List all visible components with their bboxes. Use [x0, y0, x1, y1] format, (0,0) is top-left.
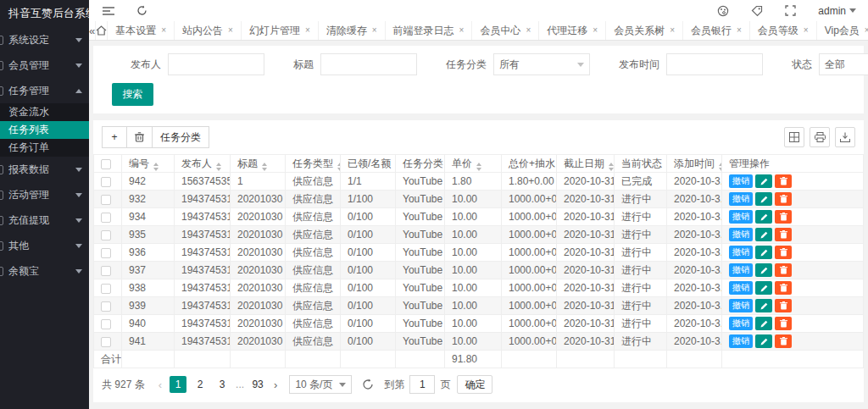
- tab-close-icon[interactable]: ×: [804, 26, 809, 35]
- add-button[interactable]: +: [102, 126, 127, 148]
- edit-button[interactable]: [755, 228, 772, 241]
- sort-icon[interactable]: [153, 163, 159, 171]
- tab-代理迁移[interactable]: 代理迁移×: [539, 21, 606, 40]
- confirm-button[interactable]: 确定: [457, 375, 492, 394]
- tab-会员等级[interactable]: 会员等级×: [750, 21, 817, 40]
- edit-button[interactable]: [755, 334, 772, 348]
- page-button-2[interactable]: 2: [192, 376, 209, 393]
- task-category-button[interactable]: 任务分类: [152, 126, 209, 148]
- row-checkbox[interactable]: [101, 319, 111, 329]
- tabs-collapse-button[interactable]: «: [89, 21, 96, 40]
- tab-会员银行[interactable]: 会员银行×: [683, 21, 750, 40]
- page-size-select[interactable]: 10 条/页: [289, 375, 352, 394]
- refresh-icon[interactable]: [136, 5, 147, 16]
- fullscreen-icon[interactable]: [785, 5, 796, 16]
- sidebar-subitem-任务列表[interactable]: 任务列表: [0, 121, 89, 139]
- sidebar-item-报表数据[interactable]: 报表数据: [0, 157, 89, 182]
- edit-button[interactable]: [755, 246, 772, 259]
- tab-会员关系树[interactable]: 会员关系树×: [606, 21, 683, 40]
- sidebar-item-活动管理[interactable]: 活动管理: [0, 182, 89, 207]
- column-header-任务类型[interactable]: 任务类型: [286, 155, 341, 173]
- title-input[interactable]: [320, 53, 417, 75]
- tag-icon[interactable]: [751, 5, 763, 17]
- goto-page-input[interactable]: [409, 375, 435, 394]
- tab-close-icon[interactable]: ×: [865, 26, 868, 35]
- revoke-button[interactable]: 撤销: [729, 334, 753, 348]
- revoke-button[interactable]: 撤销: [729, 299, 753, 312]
- tab-close-icon[interactable]: ×: [737, 26, 742, 35]
- delete-row-button[interactable]: [775, 174, 792, 188]
- tab-会员中心[interactable]: 会员中心×: [472, 21, 539, 40]
- revoke-button[interactable]: 撤销: [729, 192, 753, 206]
- delete-row-button[interactable]: [775, 246, 792, 259]
- tab-close-icon[interactable]: ×: [670, 26, 675, 35]
- column-header-当前状态[interactable]: 当前状态: [615, 155, 667, 173]
- menu-collapse-icon[interactable]: [103, 6, 114, 16]
- row-checkbox[interactable]: [101, 230, 111, 240]
- tab-幻灯片管理[interactable]: 幻灯片管理×: [242, 21, 319, 40]
- column-header-发布人[interactable]: 发布人: [175, 155, 231, 173]
- prev-page-button[interactable]: ‹: [153, 379, 167, 391]
- row-checkbox[interactable]: [101, 248, 111, 258]
- category-select[interactable]: 所有: [493, 53, 590, 75]
- column-header-编号[interactable]: 编号: [122, 155, 175, 173]
- row-checkbox[interactable]: [101, 177, 111, 187]
- tab-Vip会员[interactable]: Vip会员×: [817, 21, 868, 40]
- edit-button[interactable]: [755, 263, 772, 277]
- delete-row-button[interactable]: [775, 210, 792, 224]
- delete-row-button[interactable]: [775, 317, 792, 330]
- sidebar-item-系统设定[interactable]: 系统设定: [0, 27, 89, 53]
- search-button[interactable]: 搜索: [112, 83, 153, 106]
- sidebar-subitem-资金流水[interactable]: 资金流水: [0, 103, 89, 121]
- sidebar-item-其他[interactable]: 其他: [0, 233, 89, 258]
- tab-close-icon[interactable]: ×: [526, 26, 531, 35]
- edit-button[interactable]: [755, 299, 772, 312]
- filter-columns-icon[interactable]: [784, 127, 804, 147]
- export-icon[interactable]: [835, 127, 855, 147]
- edit-button[interactable]: [755, 210, 772, 224]
- sort-icon[interactable]: [719, 163, 722, 171]
- sort-icon[interactable]: [262, 163, 267, 171]
- delete-row-button[interactable]: [775, 299, 792, 312]
- delete-button[interactable]: [126, 126, 153, 148]
- column-header-任务分类[interactable]: 任务分类: [396, 155, 445, 173]
- pagination-refresh-icon[interactable]: [362, 379, 374, 390]
- select-all-checkbox[interactable]: [101, 159, 111, 169]
- row-checkbox[interactable]: [101, 301, 111, 312]
- sidebar-item-任务管理[interactable]: 任务管理: [0, 78, 89, 103]
- tab-前端登录日志[interactable]: 前端登录日志×: [386, 21, 473, 40]
- sidebar-item-会员管理[interactable]: 会员管理: [0, 53, 89, 78]
- page-button-93[interactable]: 93: [249, 376, 266, 393]
- edit-button[interactable]: [755, 281, 772, 295]
- theme-icon[interactable]: [717, 5, 729, 17]
- sort-icon[interactable]: [216, 163, 221, 171]
- edit-button[interactable]: [755, 192, 772, 206]
- column-header-添加时间[interactable]: 添加时间: [667, 155, 722, 173]
- delete-row-button[interactable]: [775, 281, 792, 295]
- sidebar-item-充值提现[interactable]: 充值提现: [0, 207, 89, 233]
- tab-close-icon[interactable]: ×: [593, 26, 598, 35]
- print-icon[interactable]: [810, 127, 830, 147]
- revoke-button[interactable]: 撤销: [729, 210, 753, 224]
- row-checkbox[interactable]: [101, 284, 111, 294]
- publisher-input[interactable]: [168, 53, 264, 75]
- tab-站内公告[interactable]: 站内公告×: [175, 21, 242, 40]
- revoke-button[interactable]: 撤销: [729, 246, 753, 259]
- column-header-单价[interactable]: 单价: [445, 155, 502, 173]
- sort-icon[interactable]: [476, 163, 481, 171]
- column-header-标题[interactable]: 标题: [231, 155, 286, 173]
- sidebar-item-余额宝[interactable]: 余额宝: [0, 258, 89, 284]
- column-header-截止日期[interactable]: 截止日期: [557, 155, 615, 173]
- row-checkbox[interactable]: [101, 337, 111, 347]
- delete-row-button[interactable]: [775, 263, 792, 277]
- sort-icon[interactable]: [337, 163, 341, 171]
- revoke-button[interactable]: 撤销: [729, 281, 753, 295]
- revoke-button[interactable]: 撤销: [729, 228, 753, 241]
- revoke-button[interactable]: 撤销: [729, 174, 753, 188]
- delete-row-button[interactable]: [775, 228, 792, 241]
- revoke-button[interactable]: 撤销: [729, 263, 753, 277]
- tab-close-icon[interactable]: ×: [305, 26, 310, 35]
- next-page-button[interactable]: ›: [269, 379, 282, 391]
- page-button-1[interactable]: 1: [170, 376, 186, 393]
- tab-close-icon[interactable]: ×: [228, 26, 233, 35]
